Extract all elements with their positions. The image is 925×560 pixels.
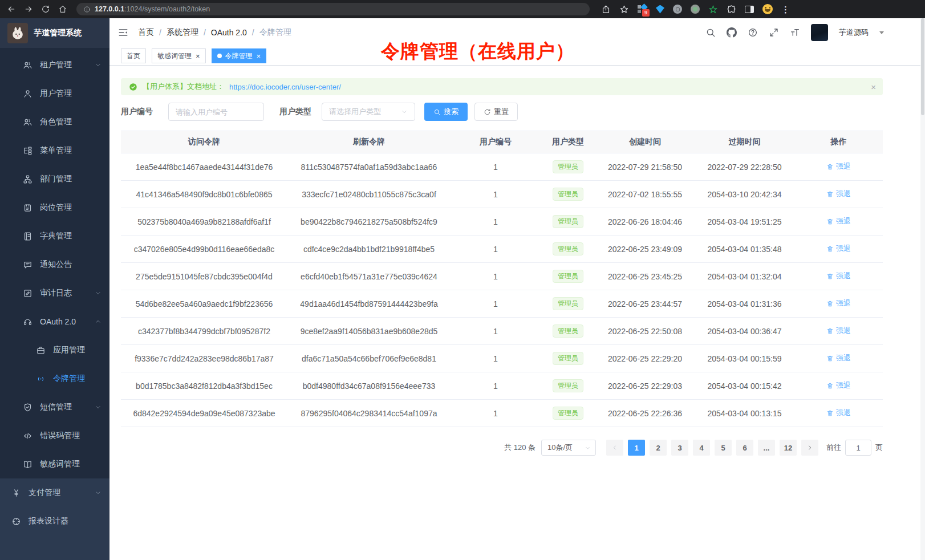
help-icon[interactable] [748,27,758,38]
fullscreen-icon[interactable] [769,27,779,38]
page-button-5[interactable]: 5 [715,440,732,456]
address-bar[interactable]: 127.0.0.1:1024/system/oauth2/token [76,3,590,15]
tab-2[interactable]: 敏感词管理× [152,48,206,63]
scrollbar-thumb[interactable] [921,18,924,115]
search-button[interactable]: 搜索 [424,103,468,121]
prev-page-button[interactable] [606,440,623,456]
sidebar-item-report-designer[interactable]: 报表设计器 [0,507,109,535]
share-icon[interactable] [601,5,611,14]
sidebar-item-sms[interactable]: 短信管理 [0,393,109,421]
breadcrumb-item-3[interactable]: OAuth 2.0 [211,28,247,37]
user-avatar[interactable] [811,24,828,41]
breadcrumb-item-2[interactable]: 系统管理 [167,27,198,38]
browser-home-icon[interactable] [58,5,67,14]
site-info-icon[interactable] [83,6,91,13]
create-time-cell: 2022-07-02 18:55:55 [595,190,695,199]
page-button-4[interactable]: 4 [693,440,710,456]
browser-forward-icon[interactable] [24,5,33,14]
action-cell: 强退 [794,408,883,419]
puzzle-extensions-icon[interactable] [727,5,736,14]
page-scrollbar[interactable] [920,18,925,560]
sidebar-item-dict[interactable]: 字典管理 [0,222,109,250]
emoji-extension-icon[interactable] [762,4,773,14]
force-logout-button[interactable]: 强退 [826,408,851,418]
force-logout-button[interactable]: 强退 [826,271,851,281]
breadcrumb-item-1[interactable]: 首页 [138,27,154,38]
tab-close-icon[interactable]: × [257,52,261,60]
gem-extension-icon[interactable] [656,5,664,14]
force-logout-button[interactable]: 强退 [826,216,851,226]
sidebar-item-sensitive-word[interactable]: 敏感词管理 [0,450,109,478]
command-extension-icon[interactable] [673,5,682,14]
doc-link[interactable]: https://doc.iocoder.cn/user-center/ [229,83,341,91]
sidebar-item-oauth2-app[interactable]: 应用管理 [0,336,109,364]
tab-close-icon[interactable]: × [196,52,200,60]
tab-3[interactable]: 令牌管理× [212,48,267,63]
sidebar-item-oauth2-token[interactable]: 令牌管理 [0,364,109,393]
sidebar-item-tenant[interactable]: 租户管理 [0,51,109,79]
pager-ellipsis[interactable]: ... [758,440,775,456]
bookmark-star-icon[interactable] [619,5,629,14]
sidebar-collapse-icon[interactable] [117,27,129,38]
sidebar-item-menu[interactable]: 菜单管理 [0,136,109,165]
force-logout-button[interactable]: 强退 [826,380,851,391]
sidebar-item-role[interactable]: 角色管理 [0,108,109,136]
extension-badge: 9 [642,9,650,17]
sidebar-item-user[interactable]: 用户管理 [0,79,109,108]
user-id-cell: 1 [451,272,541,281]
force-logout-button[interactable]: 强退 [826,326,851,336]
page-button-1[interactable]: 1 [628,440,645,456]
force-logout-button[interactable]: 强退 [826,353,851,363]
force-logout-button[interactable]: 强退 [826,298,851,309]
user-type-badge: 管理员 [553,188,583,200]
user-id-input[interactable] [168,103,264,121]
dot-extension-icon[interactable] [691,5,700,14]
expire-time-cell: 2054-03-04 00:15:59 [695,354,794,363]
page-button-3[interactable]: 3 [671,440,688,456]
action-cell: 强退 [794,353,883,364]
sidebar-item-label: 角色管理 [40,117,72,127]
page-size-select[interactable]: 10条/页 [541,440,596,456]
sidebar-item-department[interactable]: 部门管理 [0,165,109,193]
goto-page-input[interactable] [845,440,871,456]
github-icon[interactable] [727,27,737,38]
user-type-select[interactable]: 请选择用户类型 [322,103,415,121]
table-row: b0d1785bc3a8482f812db4a3f3bd15ecb0df4980… [121,372,883,400]
sidebar-item-pay[interactable]: 支付管理 [0,478,109,507]
user-type-badge: 管理员 [553,352,583,364]
sidebar-item-audit-log[interactable]: 审计日志 [0,279,109,307]
table-row: 41c41346a548490f9dc8b01c6bfe0865333ecfc7… [121,181,883,208]
chevron-down-icon [95,290,102,297]
page-button-6[interactable]: 6 [736,440,753,456]
user-menu-caret-icon[interactable] [879,31,884,34]
expire-time-cell: 2054-03-04 01:32:04 [695,272,794,281]
search-icon[interactable] [705,27,716,38]
browser-reload-icon[interactable] [41,5,50,14]
sidebar-item-error-code[interactable]: 错误码管理 [0,421,109,450]
side-panel-icon[interactable] [745,6,754,13]
page-button-12[interactable]: 12 [780,440,797,456]
alert-close-icon[interactable]: × [871,82,876,92]
tab-1[interactable]: 首页 [121,48,146,63]
sidebar-item-label: 部门管理 [40,174,72,184]
reset-button[interactable]: 重置 [474,103,518,121]
sidebar-item-oauth2[interactable]: OAuth 2.0 [0,307,109,336]
browser-menu-icon[interactable]: ⋮ [781,5,790,14]
sidebar-item-post[interactable]: 岗位管理 [0,193,109,222]
star-extension-icon[interactable] [708,5,718,14]
goto-label: 前往 [826,443,841,453]
action-cell: 强退 [794,380,883,391]
browser-back-icon[interactable] [7,5,16,14]
users-icon [23,60,33,70]
username[interactable]: 芋道源码 [839,27,869,38]
force-logout-button[interactable]: 强退 [826,244,851,254]
sidebar-item-notice[interactable]: 通知公告 [0,250,109,279]
column-header-2: 刷新令牌 [287,137,451,147]
page-button-2[interactable]: 2 [650,440,667,456]
force-logout-button[interactable]: 强退 [826,161,851,172]
force-logout-button[interactable]: 强退 [826,189,851,199]
sidebar-item-label: OAuth 2.0 [40,317,76,326]
extension-grid-icon[interactable]: 9 [638,5,647,14]
next-page-button[interactable] [801,440,818,456]
text-size-icon[interactable] [790,27,800,38]
